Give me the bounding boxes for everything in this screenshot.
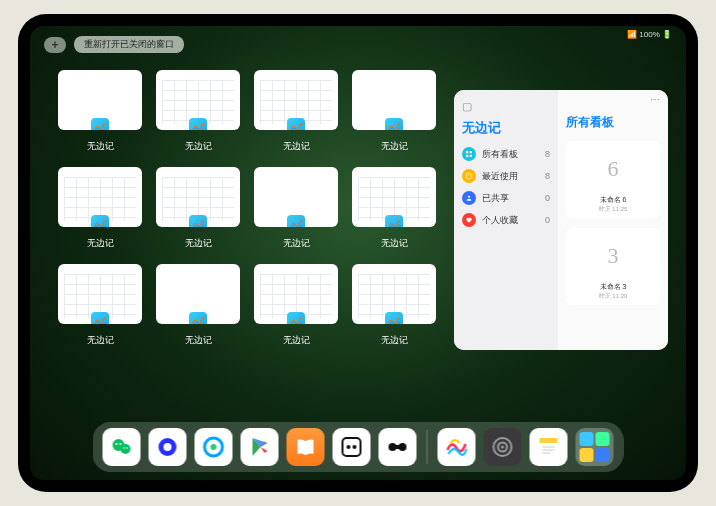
window-label: 无边记	[185, 334, 212, 347]
window-label: 无边记	[185, 140, 212, 153]
window-label: 无边记	[381, 334, 408, 347]
window-label: 无边记	[381, 140, 408, 153]
window-label: 无边记	[283, 237, 310, 250]
freeform-app-icon	[91, 215, 109, 227]
window-label: 无边记	[185, 237, 212, 250]
dock-app-play[interactable]	[241, 428, 279, 466]
board-timestamp: 昨天 11:20	[570, 292, 656, 301]
category-label: 所有看板	[482, 148, 518, 161]
panel-right-title: 所有看板	[566, 114, 660, 131]
window-card[interactable]: 无边记	[254, 70, 338, 153]
board-thumbnail: 6	[570, 145, 656, 193]
dock-app-freeform[interactable]	[438, 428, 476, 466]
dock-app-settings[interactable]	[484, 428, 522, 466]
new-window-button[interactable]: +	[44, 37, 66, 53]
screen: 📶 100% 🔋 + 重新打开已关闭的窗口 无边记无边记无边记无边记无边记无边记…	[30, 26, 686, 480]
clock-icon	[462, 169, 476, 183]
sidebar-toggle-icon[interactable]: ▢	[462, 100, 550, 113]
dock-folder[interactable]	[576, 428, 614, 466]
window-thumbnail[interactable]	[352, 70, 436, 130]
dock-app-wechat[interactable]	[103, 428, 141, 466]
window-card[interactable]: 无边记	[254, 264, 338, 347]
board-thumbnail: 3	[570, 232, 656, 280]
window-card[interactable]: 无边记	[352, 264, 436, 347]
window-thumbnail[interactable]	[58, 70, 142, 130]
window-thumbnail[interactable]	[58, 264, 142, 324]
freeform-app-icon	[287, 215, 305, 227]
category-label: 最近使用	[482, 170, 518, 183]
window-thumbnail[interactable]	[156, 70, 240, 130]
reopen-closed-window-button[interactable]: 重新打开已关闭的窗口	[74, 36, 184, 53]
window-card[interactable]: 无边记	[58, 264, 142, 347]
panel-sidebar: ▢ 无边记 所有看板 8 最近使用 8 已共享 0 个人收藏 0	[454, 90, 558, 350]
category-row-clock[interactable]: 最近使用 8	[462, 169, 550, 183]
board-card[interactable]: 3 未命名 3 昨天 11:20	[566, 228, 660, 305]
dock-app-quark[interactable]	[149, 428, 187, 466]
dock-app-dumbbell[interactable]	[379, 428, 417, 466]
board-name: 未命名 6	[570, 193, 656, 205]
category-count: 8	[545, 149, 550, 159]
window-label: 无边记	[87, 237, 114, 250]
category-count: 8	[545, 171, 550, 181]
window-thumbnail[interactable]	[352, 264, 436, 324]
window-card[interactable]: 无边记	[156, 70, 240, 153]
freeform-app-icon	[189, 118, 207, 130]
window-label: 无边记	[87, 140, 114, 153]
window-thumbnail[interactable]	[254, 167, 338, 227]
freeform-app-icon	[385, 215, 403, 227]
grid-icon	[462, 147, 476, 161]
freeform-app-icon	[287, 118, 305, 130]
dock-app-notes[interactable]	[530, 428, 568, 466]
board-name: 未命名 3	[570, 280, 656, 292]
window-card[interactable]: 无边记	[58, 70, 142, 153]
freeform-app-icon	[189, 312, 207, 324]
window-thumbnail[interactable]	[254, 264, 338, 324]
window-label: 无边记	[87, 334, 114, 347]
window-thumbnail[interactable]	[156, 264, 240, 324]
category-label: 已共享	[482, 192, 509, 205]
window-card[interactable]: 无边记	[58, 167, 142, 250]
category-count: 0	[545, 193, 550, 203]
dock-app-qqbrowser[interactable]	[195, 428, 233, 466]
freeform-app-icon	[287, 312, 305, 324]
top-controls: + 重新打开已关闭的窗口	[44, 36, 184, 53]
dock-app-dots[interactable]	[333, 428, 371, 466]
board-timestamp: 昨天 11:25	[570, 205, 656, 214]
window-thumbnail[interactable]	[254, 70, 338, 130]
freeform-side-panel: ▢ 无边记 所有看板 8 最近使用 8 已共享 0 个人收藏 0 ⋯ 所有看板 …	[454, 90, 668, 350]
window-card[interactable]: 无边记	[352, 167, 436, 250]
category-row-heart[interactable]: 个人收藏 0	[462, 213, 550, 227]
heart-icon	[462, 213, 476, 227]
dock-separator	[427, 430, 428, 464]
dock	[93, 422, 624, 472]
window-label: 无边记	[381, 237, 408, 250]
freeform-app-icon	[91, 118, 109, 130]
window-card[interactable]: 无边记	[156, 264, 240, 347]
window-card[interactable]: 无边记	[254, 167, 338, 250]
category-count: 0	[545, 215, 550, 225]
freeform-app-icon	[385, 312, 403, 324]
window-label: 无边记	[283, 334, 310, 347]
window-label: 无边记	[283, 140, 310, 153]
dock-app-books[interactable]	[287, 428, 325, 466]
window-thumbnail[interactable]	[156, 167, 240, 227]
app-switcher-grid: 无边记无边记无边记无边记无边记无边记无边记无边记无边记无边记无边记无边记	[58, 70, 448, 347]
category-row-share[interactable]: 已共享 0	[462, 191, 550, 205]
window-thumbnail[interactable]	[58, 167, 142, 227]
more-icon[interactable]: ⋯	[650, 94, 660, 105]
freeform-app-icon	[91, 312, 109, 324]
freeform-app-icon	[189, 215, 207, 227]
share-icon	[462, 191, 476, 205]
window-card[interactable]: 无边记	[352, 70, 436, 153]
category-row-grid[interactable]: 所有看板 8	[462, 147, 550, 161]
freeform-app-icon	[385, 118, 403, 130]
window-card[interactable]: 无边记	[156, 167, 240, 250]
panel-left-title: 无边记	[462, 119, 550, 137]
category-label: 个人收藏	[482, 214, 518, 227]
window-thumbnail[interactable]	[352, 167, 436, 227]
tablet-frame: 📶 100% 🔋 + 重新打开已关闭的窗口 无边记无边记无边记无边记无边记无边记…	[18, 14, 698, 492]
board-card[interactable]: 6 未命名 6 昨天 11:25	[566, 141, 660, 218]
panel-content: ⋯ 所有看板 6 未命名 6 昨天 11:253 未命名 3 昨天 11:20	[558, 90, 668, 350]
status-bar: 📶 100% 🔋	[627, 30, 672, 39]
